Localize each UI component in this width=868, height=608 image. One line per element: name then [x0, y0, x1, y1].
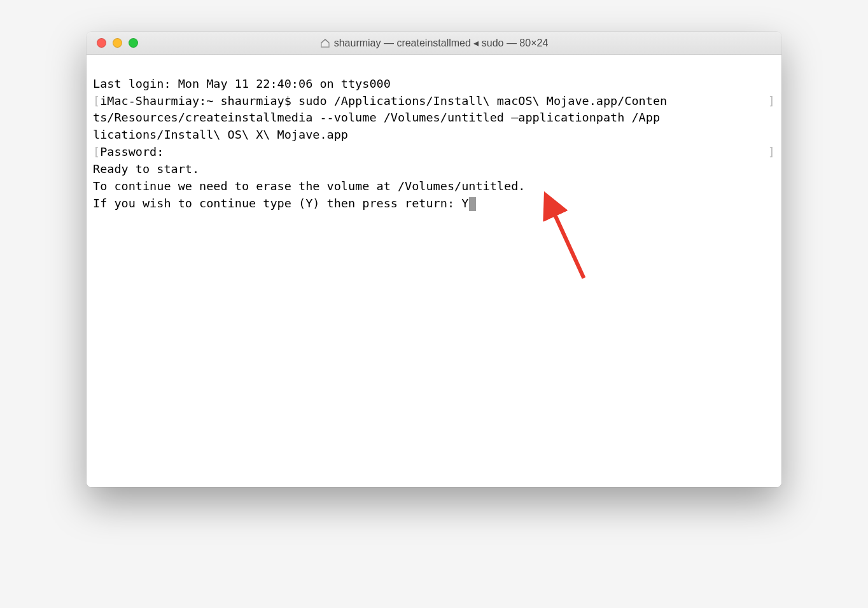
terminal-output-line: Ready to start.: [93, 161, 775, 178]
terminal-body[interactable]: Last login: Mon May 11 22:40:06 on ttys0…: [87, 55, 781, 487]
terminal-window: shaurmiay — createinstallmed ◂ sudo — 80…: [87, 32, 781, 487]
window-title: shaurmiay — createinstallmed ◂ sudo — 80…: [87, 37, 781, 49]
terminal-output-line: [Password:]: [93, 144, 775, 161]
line-bracket: [: [93, 145, 100, 158]
home-icon: [320, 38, 330, 48]
line-bracket: ]: [768, 144, 775, 161]
minimize-button[interactable]: [113, 38, 122, 48]
terminal-text: If you wish to continue type (Y) then pr…: [93, 197, 468, 210]
terminal-cursor: [469, 197, 476, 211]
traffic-lights: [87, 38, 138, 48]
terminal-output-line: Last login: Mon May 11 22:40:06 on ttys0…: [93, 76, 775, 93]
window-title-text: shaurmiay — createinstallmed ◂ sudo — 80…: [334, 37, 549, 49]
terminal-input-line: If you wish to continue type (Y) then pr…: [93, 195, 775, 212]
line-bracket: [: [93, 94, 100, 107]
terminal-output-line: ts/Resources/createinstallmedia --volume…: [93, 109, 775, 127]
line-bracket: ]: [768, 93, 775, 110]
close-button[interactable]: [97, 38, 106, 48]
terminal-output-line: [iMac-Shaurmiay:~ shaurmiay$ sudo /Appli…: [93, 93, 775, 110]
terminal-output-line: lications/Install\ OS\ X\ Mojave.app: [93, 127, 775, 144]
titlebar[interactable]: shaurmiay — createinstallmed ◂ sudo — 80…: [87, 32, 781, 55]
terminal-output-line: To continue we need to erase the volume …: [93, 178, 775, 195]
terminal-text: Password:: [100, 145, 164, 158]
maximize-button[interactable]: [129, 38, 138, 48]
terminal-text: iMac-Shaurmiay:~ shaurmiay$ sudo /Applic…: [100, 94, 667, 107]
